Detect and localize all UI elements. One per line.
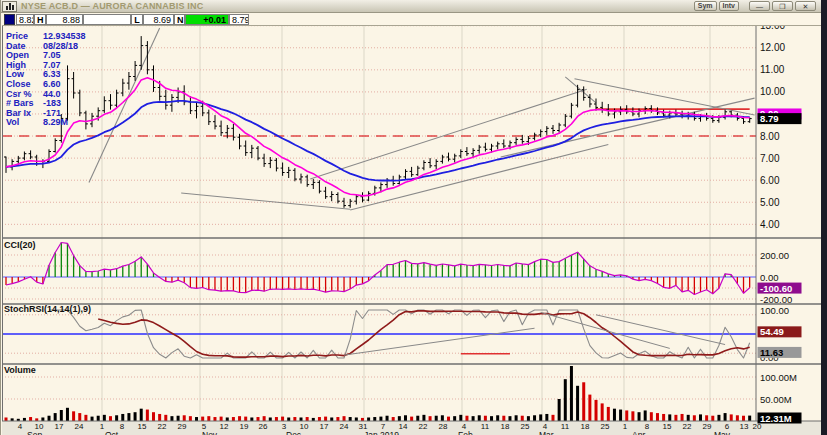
svg-text:Jan 2019: Jan 2019 <box>364 430 399 435</box>
svg-text:24: 24 <box>75 422 84 431</box>
svg-text:26: 26 <box>259 422 268 431</box>
svg-text:May: May <box>714 430 731 435</box>
svg-text:28: 28 <box>439 422 448 431</box>
svg-text:13.00: 13.00 <box>760 26 785 31</box>
quote-bar: 8.82 H 8.88 L 8.69 N +0.01 8.79 <box>2 13 822 26</box>
svg-text:22: 22 <box>419 422 428 431</box>
svg-text:29: 29 <box>178 422 187 431</box>
stoch-d-marker-label: 54.49 <box>760 326 784 337</box>
last-price-marker-label: 8.79 <box>760 113 779 124</box>
svg-text:15: 15 <box>138 422 147 431</box>
symbol-color-swatch <box>4 14 15 25</box>
symbol-button[interactable]: Sym <box>694 1 717 11</box>
svg-text:Mar: Mar <box>539 430 554 435</box>
svg-text:6.00: 6.00 <box>760 175 780 186</box>
chart-canvas[interactable]: 13.0012.0011.0010.009.008.007.006.005.00… <box>2 26 822 435</box>
x-axis-strip <box>2 421 822 435</box>
left-panel-value: -183 <box>43 98 61 108</box>
svg-text:18: 18 <box>501 422 510 431</box>
quote-net-change: +0.01 <box>185 14 229 25</box>
svg-text:7.00: 7.00 <box>760 153 780 164</box>
svg-text:14: 14 <box>399 422 408 431</box>
svg-text:8: 8 <box>120 422 125 431</box>
quote-last: 8.82 <box>16 14 34 25</box>
left-panel-value: 12.934538 <box>43 31 86 41</box>
svg-text:11: 11 <box>481 422 490 431</box>
svg-text:200.00: 200.00 <box>760 250 789 261</box>
chart-area[interactable]: 13.0012.0011.0010.009.008.007.006.005.00… <box>2 26 822 435</box>
svg-text:100.00: 100.00 <box>760 305 789 316</box>
svg-text:12.00: 12.00 <box>760 42 785 53</box>
left-panel-value: 44.0 <box>43 89 61 99</box>
svg-text:19: 19 <box>240 422 249 431</box>
svg-text:0.00: 0.00 <box>760 272 779 283</box>
svg-text:Apr: Apr <box>632 430 645 435</box>
svg-text:25: 25 <box>601 422 610 431</box>
svg-text:Nov: Nov <box>202 430 218 435</box>
svg-text:1: 1 <box>623 422 628 431</box>
interval-button[interactable]: Intv <box>719 1 739 11</box>
quote-empty-field <box>83 14 131 25</box>
window-controls: — ❐ ✕ <box>747 1 816 11</box>
quote-low-label: L <box>131 14 143 25</box>
svg-text:13: 13 <box>740 422 749 431</box>
left-panel-row: Vol8.29M <box>6 118 86 128</box>
volume-panel-title: Volume <box>4 365 36 375</box>
svg-text:100.00M: 100.00M <box>760 372 797 383</box>
svg-text:Oct: Oct <box>105 430 119 435</box>
svg-text:22: 22 <box>158 422 167 431</box>
volume-value-marker-label: 12.31M <box>760 413 792 424</box>
cci-value-marker-label: -100.60 <box>760 283 792 294</box>
left-panel-label: Vol <box>6 118 43 128</box>
quote-close-value: 8.79 <box>229 14 249 25</box>
svg-text:-200.00: -200.00 <box>760 294 792 305</box>
svg-text:25: 25 <box>521 422 530 431</box>
left-panel-value: 7.07 <box>43 60 61 70</box>
quote-high-value: 8.88 <box>46 14 83 25</box>
chart-window: NYSE ACB.D — AURORA CANNABIS INC Sym Int… <box>0 0 821 435</box>
stoch-k-marker-label: 11.63 <box>760 347 783 358</box>
left-panel-value: 6.33 <box>43 69 61 79</box>
svg-text:17: 17 <box>55 422 64 431</box>
close-icon[interactable]: ✕ <box>795 1 816 11</box>
svg-text:17: 17 <box>320 422 329 431</box>
stochrsi-panel-title: StochRSI(14,14(1),9) <box>4 304 91 314</box>
left-panel-value: 7.05 <box>43 50 61 60</box>
svg-text:Sep: Sep <box>27 430 42 435</box>
svg-text:12: 12 <box>220 422 229 431</box>
window-title: NYSE ACB.D — AURORA CANNABIS INC <box>21 1 203 11</box>
svg-text:Dec: Dec <box>286 430 302 435</box>
chart-background <box>2 26 822 421</box>
svg-text:8: 8 <box>645 422 650 431</box>
svg-text:Feb: Feb <box>458 430 473 435</box>
quote-net-label: N <box>174 14 185 25</box>
svg-text:11.00: 11.00 <box>760 64 785 75</box>
quote-high-label: H <box>34 14 46 25</box>
svg-text:5.00: 5.00 <box>760 197 780 208</box>
minimize-icon[interactable]: — <box>749 1 770 11</box>
svg-text:29: 29 <box>703 422 712 431</box>
ohlc-data-panel: Price12.934538Date08/28/18Open7.05High7.… <box>6 32 86 128</box>
svg-text:22: 22 <box>683 422 692 431</box>
svg-text:11: 11 <box>561 422 570 431</box>
chart-type-icon[interactable] <box>2 1 17 12</box>
svg-text:18: 18 <box>581 422 590 431</box>
title-bar[interactable]: NYSE ACB.D — AURORA CANNABIS INC Sym Int… <box>1 0 822 13</box>
svg-text:50.00M: 50.00M <box>760 394 792 405</box>
svg-text:15: 15 <box>663 422 672 431</box>
svg-text:10.00: 10.00 <box>760 86 785 97</box>
svg-text:8.00: 8.00 <box>760 131 780 142</box>
svg-text:4.00: 4.00 <box>760 219 780 230</box>
svg-text:24: 24 <box>340 422 349 431</box>
quote-low-value: 8.69 <box>143 14 174 25</box>
svg-text:4: 4 <box>18 422 23 431</box>
left-panel-value: 8.29M <box>43 117 68 127</box>
left-panel-value: 6.60 <box>43 79 61 89</box>
restore-icon[interactable]: ❐ <box>772 1 793 11</box>
left-panel-value: 08/28/18 <box>43 41 78 51</box>
svg-text:20: 20 <box>753 422 762 431</box>
left-panel-value: -171 <box>43 108 61 118</box>
cci-panel-title: CCI(20) <box>4 240 36 250</box>
parent-window-edge <box>821 0 827 435</box>
